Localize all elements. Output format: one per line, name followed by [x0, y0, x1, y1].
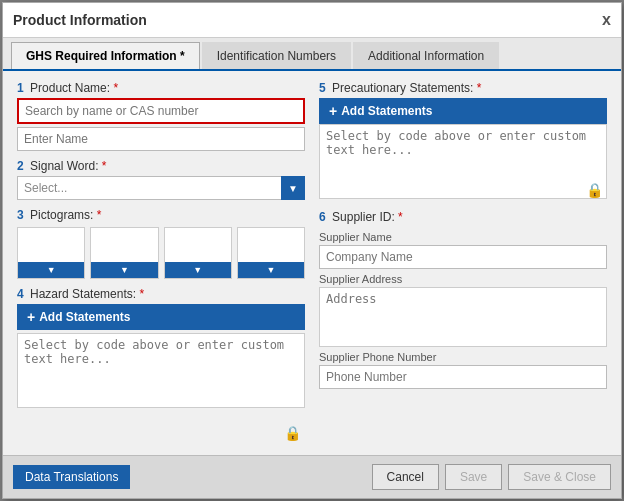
pictogram-3-footer[interactable]: ▼: [165, 262, 231, 278]
supplier-address-label: Supplier Address: [319, 273, 607, 285]
pictogram-4-image: [238, 228, 304, 262]
pictogram-2-footer[interactable]: ▼: [91, 262, 157, 278]
precautionary-add-statements-button[interactable]: + Add Statements: [319, 98, 607, 124]
pictogram-1-image: [18, 228, 84, 262]
product-name-label: 1 Product Name: *: [17, 81, 305, 95]
supplier-section: 6 Supplier ID: * Supplier Name Supplier …: [319, 210, 607, 445]
pictogram-4-footer[interactable]: ▼: [238, 262, 304, 278]
tab-ghs-required[interactable]: GHS Required Information *: [11, 42, 200, 69]
supplier-label: 6 Supplier ID: *: [319, 210, 607, 224]
precautionary-plus-icon: +: [329, 103, 337, 119]
plus-icon: +: [27, 309, 35, 325]
precautionary-label: 5 Precautionary Statements: *: [319, 81, 607, 95]
precautionary-lock-icon: 🔒: [586, 182, 603, 198]
signal-word-select[interactable]: Select...: [17, 176, 305, 200]
pictogram-2-arrow-icon: ▼: [120, 265, 129, 275]
save-button[interactable]: Save: [445, 464, 502, 490]
data-translations-button[interactable]: Data Translations: [13, 465, 130, 489]
close-button[interactable]: x: [602, 11, 611, 29]
pictograms-row: ▼ ▼ ▼: [17, 227, 305, 279]
precautionary-textarea-section: 🔒: [319, 124, 607, 202]
footer-right-buttons: Cancel Save Save & Close: [372, 464, 611, 490]
pictogram-4-arrow-icon: ▼: [266, 265, 275, 275]
pictogram-3[interactable]: ▼: [164, 227, 232, 279]
hazard-add-statements-button[interactable]: + Add Statements: [17, 304, 305, 330]
pictogram-2[interactable]: ▼: [90, 227, 158, 279]
save-close-button[interactable]: Save & Close: [508, 464, 611, 490]
hazard-statements-textarea[interactable]: [17, 333, 305, 408]
hazard-lock-icon: 🔒: [284, 425, 301, 441]
hazard-statements-label: 4 Hazard Statements: *: [17, 287, 305, 301]
signal-word-select-wrapper: Select... ▼: [17, 176, 305, 200]
precautionary-section: 5 Precautionary Statements: * + Add Stat…: [319, 81, 607, 202]
pictogram-3-arrow-icon: ▼: [193, 265, 202, 275]
pictograms-label: 3 Pictograms: *: [17, 208, 305, 222]
pictograms-section: 3 Pictograms: * ▼ ▼: [17, 208, 305, 279]
supplier-phone-input[interactable]: [319, 365, 607, 389]
supplier-name-input[interactable]: [319, 245, 607, 269]
dialog-title: Product Information: [13, 12, 147, 28]
supplier-name-label: Supplier Name: [319, 231, 607, 243]
cancel-button[interactable]: Cancel: [372, 464, 439, 490]
tab-identification-numbers[interactable]: Identification Numbers: [202, 42, 351, 69]
product-name-search-input[interactable]: [17, 98, 305, 124]
precautionary-textarea[interactable]: [319, 124, 607, 199]
pictogram-4[interactable]: ▼: [237, 227, 305, 279]
right-column: 5 Precautionary Statements: * + Add Stat…: [319, 81, 607, 445]
supplier-address-textarea[interactable]: [319, 287, 607, 347]
hazard-textarea-section: 🔒: [17, 333, 305, 445]
dialog-body: 1 Product Name: * 2 Signal Word: * Selec…: [3, 71, 621, 455]
left-column: 1 Product Name: * 2 Signal Word: * Selec…: [17, 81, 305, 445]
tab-additional-information[interactable]: Additional Information: [353, 42, 499, 69]
pictogram-1-footer[interactable]: ▼: [18, 262, 84, 278]
pictogram-3-image: [165, 228, 231, 262]
product-information-dialog: Product Information x GHS Required Infor…: [2, 2, 622, 499]
pictogram-2-image: [91, 228, 157, 262]
dialog-footer: Data Translations Cancel Save Save & Clo…: [3, 455, 621, 498]
signal-word-section: 2 Signal Word: * Select... ▼: [17, 159, 305, 200]
supplier-phone-label: Supplier Phone Number: [319, 351, 607, 363]
pictogram-1[interactable]: ▼: [17, 227, 85, 279]
hazard-statements-section: 4 Hazard Statements: * + Add Statements …: [17, 287, 305, 445]
signal-word-label: 2 Signal Word: *: [17, 159, 305, 173]
product-name-section: 1 Product Name: *: [17, 81, 305, 151]
pictogram-1-arrow-icon: ▼: [47, 265, 56, 275]
product-name-input[interactable]: [17, 127, 305, 151]
tab-bar: GHS Required Information * Identificatio…: [3, 38, 621, 71]
dialog-titlebar: Product Information x: [3, 3, 621, 38]
